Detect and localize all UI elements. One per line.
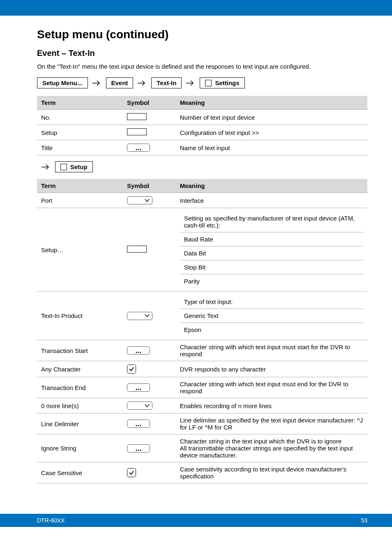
th-symbol: Symbol [123,179,176,193]
rectangle-icon [127,128,147,135]
table-row: Text-In Product Type of text input: Gene… [37,292,367,340]
th-term: Term [37,179,123,193]
checkbox-icon [127,468,136,477]
cell-symbol [123,361,176,377]
cell-term: Transaction Start [37,340,123,361]
checkbox-icon [205,80,212,86]
dropdown-icon [127,402,152,410]
cell-meaning: Configuration of text input >> [176,125,367,140]
nav-setup: Setup [55,161,93,172]
cell-symbol [123,110,176,125]
table-row: No. Number of text input device [37,110,367,125]
table-row: Any Character DVR responds to any charac… [37,361,367,377]
table-row: Line Delimiter ... Line delimiter as spe… [37,413,367,434]
arrow-right-icon [41,163,51,171]
arrow-right-icon [186,79,196,87]
cell-meaning: Line delimiter as specified by the text … [176,413,367,434]
nav-text-in: Text-In [151,77,182,88]
cell-symbol [123,398,176,413]
table-row: Setup… Setting as specified by manufactu… [37,208,367,292]
ellipsis-button-icon: ... [127,420,150,428]
intro-paragraph: On the "Text-In" menu the text input dev… [37,63,367,70]
cell-symbol: ... [123,340,176,361]
page-title: Setup menu (continued) [37,28,367,41]
table-second: Term Symbol Meaning Port Interface Setup… [37,179,367,483]
cell-meaning: DVR responds to any character [176,361,367,377]
cell-meaning: Data Bit [180,246,363,260]
cell-symbol [123,193,176,208]
cell-term: Any Character [37,361,123,377]
cell-meaning: Number of text input device [176,110,367,125]
sub-breadcrumb: Setup [37,161,367,172]
cell-meaning-group: Setting as specified by manufacturer of … [176,208,367,292]
table-header-row: Term Symbol Meaning [37,96,367,110]
nav-setup-label: Setup [70,163,88,170]
table-header-row: Term Symbol Meaning [37,179,367,193]
cell-term: Case Sensitive [37,462,123,483]
cell-symbol: ... [123,377,176,398]
cell-meaning: Parity [180,274,363,288]
cell-meaning: Case sensitivity according to text input… [176,462,367,483]
table-first: Term Symbol Meaning No. Number of text i… [37,96,367,155]
ellipsis-button-icon: ... [127,383,150,392]
checkbox-icon [60,164,67,170]
cell-meaning: Character string in the text input which… [176,434,367,462]
footer-right: 53 [361,517,367,524]
cell-meaning: Name of text input [176,140,367,155]
table-row: Transaction End ... Character string wit… [37,377,367,398]
cell-term: Setup… [37,208,123,292]
footer-left: DTR-60XX [37,517,65,524]
header-bar [0,0,392,16]
cell-symbol: ... [123,140,176,155]
checkbox-icon [127,364,136,374]
cell-term: Text-In Product [37,292,123,340]
arrow-right-icon [137,79,147,87]
footer-bar: DTR-60XX 53 [0,514,392,527]
table-row: Case Sensitive Case sensitivity accordin… [37,462,367,483]
cell-meaning: Interface [176,193,367,208]
cell-term: 0 more line(s) [37,398,123,413]
cell-symbol [123,125,176,140]
table-row: Setup Configuration of text input >> [37,125,367,140]
th-symbol: Symbol [123,96,176,110]
table-row: Transaction Start ... Character string w… [37,340,367,361]
dropdown-icon [127,196,152,204]
nav-event: Event [106,77,134,88]
cell-term: Setup [37,125,123,140]
ellipsis-button-icon: ... [127,346,150,355]
cell-symbol: ... [123,434,176,462]
cell-term: No. [37,110,123,125]
table-row: Title ... Name of text input [37,140,367,155]
cell-term: Port [37,193,123,208]
cell-meaning: Stop Bit [180,260,363,274]
th-meaning: Meaning [176,179,367,193]
cell-meaning: Baud Rate [180,232,363,246]
dropdown-icon [127,312,152,320]
cell-term: Line Delimiter [37,413,123,434]
rectangle-icon [127,113,147,120]
cell-symbol [123,462,176,483]
breadcrumb: Setup Menu... Event Text-In Settings [37,77,367,88]
table-row: Ignore String ... Character string in th… [37,434,367,462]
th-term: Term [37,96,123,110]
cell-term: Title [37,140,123,155]
cell-meaning-group: Type of text input: Generic Text Epson [176,292,367,340]
table-row: Port Interface [37,193,367,208]
nav-settings: Settings [200,77,244,88]
section-title: Event – Text-In [37,49,367,58]
nav-settings-label: Settings [215,79,239,86]
cell-meaning: Setting as specified by manufacturer of … [180,211,363,232]
rectangle-icon [127,246,147,253]
th-meaning: Meaning [176,96,367,110]
cell-meaning: Type of text input: [180,295,363,309]
cell-meaning: Enables recording of n more lines [176,398,367,413]
cell-meaning: Character string with which text input m… [176,377,367,398]
table-row: 0 more line(s) Enables recording of n mo… [37,398,367,413]
ellipsis-button-icon: ... [127,144,150,152]
cell-meaning: Character string with which text input m… [176,340,367,361]
cell-symbol [123,208,176,292]
cell-symbol: ... [123,413,176,434]
cell-meaning: Epson [180,323,363,337]
cell-term: Ignore String [37,434,123,462]
arrow-right-icon [92,79,102,87]
